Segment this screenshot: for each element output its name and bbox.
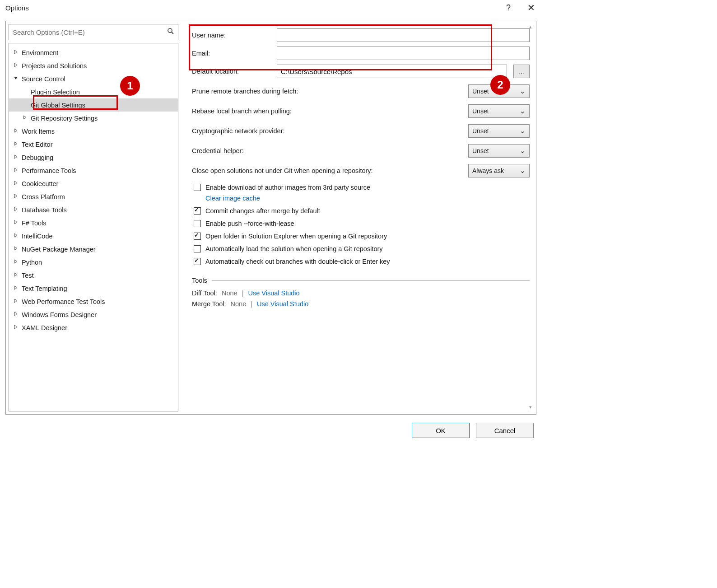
label-auto-load: Automatically load the solution when ope… <box>205 245 383 252</box>
row-clear-cache: Clear image cache <box>205 195 530 202</box>
row-merge-tool: Merge Tool: None | Use Visual Studio <box>192 300 530 308</box>
label-email: Email: <box>192 50 272 57</box>
checkbox-commit-after-merge[interactable] <box>194 207 201 215</box>
tree-cookiecutter[interactable]: Cookiecutter <box>9 177 178 190</box>
chevron-down-icon: ⌄ <box>520 147 526 154</box>
dropdown-cred[interactable]: Unset⌄ <box>468 144 530 158</box>
checkbox-download-images[interactable] <box>194 184 201 191</box>
dialog-footer: OK Cancel <box>412 423 534 438</box>
row-prune: Prune remote branches during fetch: Unse… <box>192 84 530 98</box>
tree-source-control[interactable]: Source Control <box>9 72 178 85</box>
user-name-input[interactable] <box>277 28 530 42</box>
svg-line-1 <box>172 32 173 34</box>
tree-projects[interactable]: Projects and Solutions <box>9 59 178 72</box>
row-force-lease: Enable push --force-with-lease <box>194 220 530 227</box>
dialog-body: Environment Projects and Solutions Sourc… <box>5 21 536 415</box>
label-crypto: Cryptographic network provider: <box>192 127 468 135</box>
row-crypto: Cryptographic network provider: Unset⌄ <box>192 124 530 138</box>
tree-cross-platform[interactable]: Cross Platform <box>9 190 178 203</box>
chevron-down-icon: ⌄ <box>520 167 526 174</box>
cancel-button[interactable]: Cancel <box>476 423 534 438</box>
row-diff-tool: Diff Tool: None | Use Visual Studio <box>192 289 530 297</box>
label-rebase: Rebase local branch when pulling: <box>192 107 468 115</box>
dropdown-rebase[interactable]: Unset⌄ <box>468 104 530 118</box>
row-email: Email: <box>192 47 530 60</box>
scroll-down-icon[interactable]: ▾ <box>526 404 535 411</box>
dropdown-prune[interactable]: Unset⌄ <box>468 84 530 98</box>
search-input[interactable] <box>13 28 167 36</box>
label-user-name: User name: <box>192 32 272 39</box>
tree-nuget[interactable]: NuGet Package Manager <box>9 243 178 256</box>
label-force-lease: Enable push --force-with-lease <box>205 220 294 227</box>
row-commit-after-merge: Commit changes after merge by default <box>194 207 530 215</box>
row-download-images: Enable download of author images from 3r… <box>194 184 530 191</box>
left-panel: Environment Projects and Solutions Sourc… <box>6 21 181 414</box>
tree-test[interactable]: Test <box>9 269 178 282</box>
tree-xaml[interactable]: XAML Designer <box>9 321 178 334</box>
tree-winforms[interactable]: Windows Forms Designer <box>9 308 178 321</box>
chevron-down-icon: ⌄ <box>520 107 526 115</box>
tree-web-perf[interactable]: Web Performance Test Tools <box>9 295 178 308</box>
window-title: Options <box>5 4 503 12</box>
link-clear-image-cache[interactable]: Clear image cache <box>205 195 260 202</box>
row-auto-checkout: Automatically check out branches with do… <box>194 258 530 265</box>
tree-performance-tools[interactable]: Performance Tools <box>9 164 178 177</box>
search-icon[interactable] <box>167 28 174 37</box>
search-box[interactable] <box>9 24 178 40</box>
tree-git-repo-settings[interactable]: Git Repository Settings <box>9 112 178 125</box>
settings-panel: ▴ ▾ User name: Email: Default location: … <box>181 21 536 414</box>
help-icon[interactable]: ? <box>503 3 514 13</box>
tree-text-templating[interactable]: Text Templating <box>9 282 178 295</box>
tree-intellicode[interactable]: IntelliCode <box>9 229 178 243</box>
label-merge-tool: Merge Tool: <box>192 300 226 308</box>
label-open-folder: Open folder in Solution Explorer when op… <box>205 233 387 240</box>
tree-work-items[interactable]: Work Items <box>9 125 178 138</box>
title-bar: Options ? ✕ <box>0 0 542 15</box>
tree-debugging[interactable]: Debugging <box>9 151 178 164</box>
checkbox-auto-checkout[interactable] <box>194 258 201 265</box>
tree-text-editor[interactable]: Text Editor <box>9 138 178 151</box>
checkbox-force-lease[interactable] <box>194 220 201 227</box>
svg-point-0 <box>168 28 172 33</box>
tree-python[interactable]: Python <box>9 256 178 269</box>
row-close-solutions: Close open solutions not under Git when … <box>192 164 530 177</box>
default-location-input[interactable] <box>277 65 507 78</box>
email-input[interactable] <box>277 47 530 60</box>
row-auto-load: Automatically load the solution when ope… <box>194 245 530 252</box>
link-merge-use-vs[interactable]: Use Visual Studio <box>257 300 308 308</box>
label-default-location: Default location: <box>192 68 272 75</box>
label-commit-after-merge: Commit changes after merge by default <box>205 207 320 215</box>
chevron-down-icon: ⌄ <box>520 127 526 135</box>
checkbox-auto-load[interactable] <box>194 245 201 252</box>
label-close-solutions: Close open solutions not under Git when … <box>192 167 468 174</box>
dropdown-crypto[interactable]: Unset⌄ <box>468 124 530 138</box>
close-icon[interactable]: ✕ <box>526 2 536 13</box>
label-download-images: Enable download of author images from 3r… <box>205 184 370 191</box>
row-user-name: User name: <box>192 28 530 42</box>
ok-button[interactable]: OK <box>412 423 470 438</box>
options-tree[interactable]: Environment Projects and Solutions Sourc… <box>9 43 178 411</box>
label-auto-checkout: Automatically check out branches with do… <box>205 258 390 265</box>
label-prune: Prune remote branches during fetch: <box>192 88 468 95</box>
tree-plugin-selection[interactable]: Plug-in Selection <box>9 85 178 98</box>
value-diff-tool: None <box>222 289 237 297</box>
checkbox-open-folder[interactable] <box>194 233 201 240</box>
row-default-location: Default location: ... <box>192 65 530 78</box>
chevron-down-icon: ⌄ <box>520 88 526 95</box>
label-diff-tool: Diff Tool: <box>192 289 217 297</box>
link-diff-use-vs[interactable]: Use Visual Studio <box>248 289 299 297</box>
row-rebase: Rebase local branch when pulling: Unset⌄ <box>192 104 530 118</box>
tree-fsharp-tools[interactable]: F# Tools <box>9 216 178 229</box>
tree-git-global-settings[interactable]: Git Global Settings <box>9 98 178 112</box>
value-merge-tool: None <box>231 300 247 308</box>
label-cred: Credential helper: <box>192 147 468 154</box>
tree-environment[interactable]: Environment <box>9 46 178 59</box>
row-open-folder: Open folder in Solution Explorer when op… <box>194 233 530 240</box>
tools-header: Tools <box>192 277 530 284</box>
tree-database-tools[interactable]: Database Tools <box>9 203 178 216</box>
dropdown-close-solutions[interactable]: Always ask⌄ <box>468 164 530 177</box>
browse-button[interactable]: ... <box>513 65 530 78</box>
row-cred: Credential helper: Unset⌄ <box>192 144 530 158</box>
scroll-up-icon[interactable]: ▴ <box>526 24 535 31</box>
